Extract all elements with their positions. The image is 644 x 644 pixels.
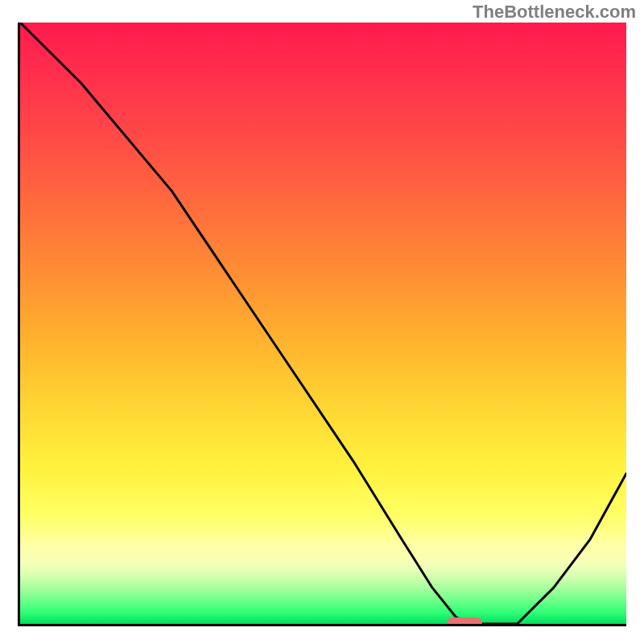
bottleneck-curve (20, 23, 626, 624)
curve-svg (20, 23, 626, 624)
chart-container: TheBottleneck.com (0, 0, 644, 644)
watermark-text: TheBottleneck.com (473, 2, 636, 23)
optimal-marker (447, 617, 482, 626)
plot-area (18, 23, 626, 626)
